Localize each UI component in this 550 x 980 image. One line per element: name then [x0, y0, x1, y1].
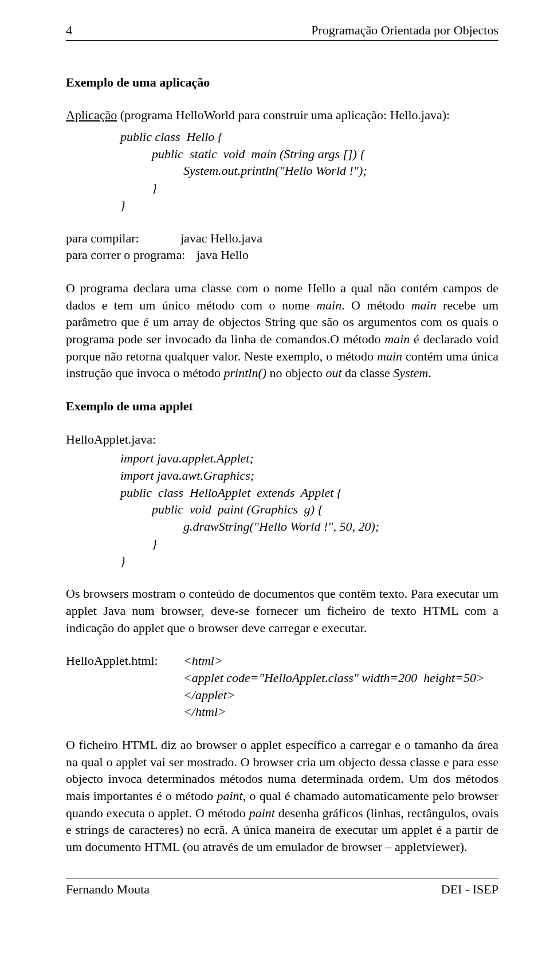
code-line: </html> — [183, 703, 485, 720]
browser-paragraph: Os browsers mostram o conteúdo de docume… — [66, 585, 498, 636]
code-line: } — [120, 197, 498, 214]
page-number: 4 — [66, 22, 72, 39]
code-line: } — [120, 552, 498, 570]
compile-run-block: para compilar: javac Hello.java para cor… — [66, 230, 498, 264]
code-line: public class Hello { — [120, 128, 498, 146]
footer-left: Fernando Mouta — [66, 881, 150, 898]
code-line: } — [120, 535, 498, 552]
compile-label: para compilar: — [66, 230, 180, 247]
run-label: para correr o programa: — [66, 246, 197, 264]
code-line: <applet code="HelloApplet.class" width=2… — [183, 669, 485, 687]
page-footer: Fernando Mouta DEI - ISEP — [66, 881, 498, 898]
section-heading-2: Exemplo de uma applet — [66, 398, 498, 415]
section-heading-1: Exemplo de uma aplicação — [66, 74, 498, 91]
helloapplet-html-block: HelloApplet.html: <html> <applet code="H… — [66, 652, 498, 720]
code-line: </applet> — [183, 687, 485, 704]
compile-command: javac Hello.java — [180, 230, 262, 247]
html-file-label: HelloApplet.html: — [66, 652, 183, 720]
code-line: public class HelloApplet extends Applet … — [120, 484, 498, 501]
subtitle-underlined: Aplicação — [66, 108, 117, 122]
code-line: <html> — [183, 652, 485, 669]
code-line: import java.applet.Applet; — [120, 450, 498, 467]
header-rule — [66, 40, 498, 41]
run-command: java Hello — [197, 246, 249, 264]
code-line: import java.awt.Graphics; — [120, 467, 498, 484]
footer-right: DEI - ISEP — [441, 881, 498, 898]
html-code-lines: <html> <applet code="HelloApplet.class" … — [183, 652, 485, 720]
explanation-paragraph-1: O programa declara uma classe com o nome… — [66, 280, 498, 382]
code-line: public void paint (Graphics g) { — [120, 501, 498, 518]
subtitle-rest: (programa HelloWorld para construir uma … — [117, 108, 450, 122]
code-line: public static void main (String args [])… — [120, 146, 498, 163]
code-line: g.drawString("Hello World !", 50, 20); — [120, 518, 498, 535]
header-title: Programação Orientada por Objectos — [311, 22, 498, 39]
explanation-paragraph-2: O ficheiro HTML diz ao browser o applet … — [66, 736, 498, 856]
application-subtitle: Aplicação (programa HelloWorld para cons… — [66, 107, 498, 124]
hello-java-code: public class Hello { public static void … — [120, 128, 498, 213]
code-line: System.out.println("Hello World !"); — [120, 162, 498, 179]
footer-rule — [66, 879, 498, 879]
code-line: } — [120, 179, 498, 197]
page-header: 4 Programação Orientada por Objectos — [66, 22, 498, 39]
helloapplet-java-code: import java.applet.Applet; import java.a… — [120, 450, 498, 569]
applet-filename: HelloApplet.java: — [66, 431, 498, 448]
